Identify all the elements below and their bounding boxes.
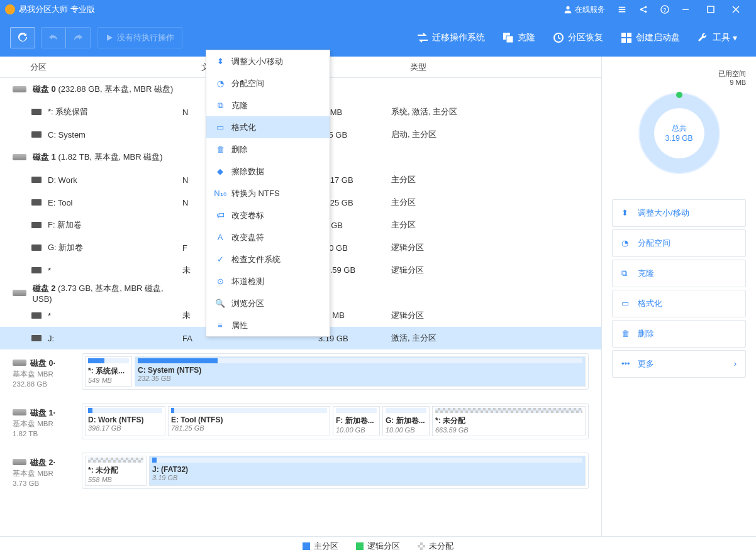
share-icon-button[interactable] bbox=[633, 0, 654, 19]
legend-primary: 主分区 bbox=[303, 541, 338, 552]
volume-icon bbox=[31, 312, 42, 319]
check-fs-icon: ✓ bbox=[215, 255, 225, 265]
column-partition[interactable]: 分区 bbox=[30, 62, 201, 73]
volume-icon bbox=[31, 267, 42, 273]
delete-button[interactable]: 🗑删除 bbox=[612, 320, 746, 348]
more-button[interactable]: ••• 更多 › bbox=[612, 350, 746, 378]
close-button[interactable] bbox=[726, 0, 751, 19]
maximize-button[interactable] bbox=[701, 0, 726, 19]
map-partition[interactable]: *: 系统保...549 MB bbox=[85, 356, 132, 387]
format-icon: ▭ bbox=[215, 123, 225, 133]
volume-icon bbox=[31, 109, 42, 115]
svg-rect-5 bbox=[708, 6, 714, 13]
tools-button[interactable]: 工具 ▾ bbox=[689, 19, 746, 57]
map-partition[interactable]: *: 未分配558 MB bbox=[85, 456, 147, 486]
refresh-button[interactable] bbox=[10, 27, 35, 48]
svg-text:?: ? bbox=[664, 7, 667, 13]
volume-icon bbox=[31, 177, 42, 183]
migrate-icon bbox=[417, 32, 428, 43]
drive-letter-icon: A bbox=[215, 233, 225, 243]
surface-test-icon: ⊙ bbox=[215, 277, 225, 287]
donut-marker-icon bbox=[676, 92, 682, 98]
svg-rect-9 bbox=[621, 33, 626, 37]
svg-rect-10 bbox=[627, 33, 631, 37]
delete-icon: 🗑 bbox=[215, 145, 225, 155]
disk-map-row: 磁盘 0·基本盘 MBR232.88 GB*: 系统保...549 MBC: S… bbox=[13, 353, 589, 394]
menu-item-wipe[interactable]: ◆擦除数据 bbox=[206, 160, 330, 182]
map-partition[interactable]: G: 新加卷...10.00 GB bbox=[382, 406, 430, 436]
menu-item-delete[interactable]: 🗑删除 bbox=[206, 138, 330, 160]
side-panel: 已用空间9 MB 总共3.19 GB ⬍调整大小/移动◔分配空间⧉克隆▭格式化🗑… bbox=[602, 57, 756, 536]
column-type[interactable]: 类型 bbox=[410, 62, 601, 73]
menu-item-allocate[interactable]: ◔分配空间 bbox=[206, 72, 330, 94]
menu-item-properties[interactable]: ≡属性 bbox=[206, 314, 330, 336]
map-partition[interactable]: J: (FAT32)3.19 GB bbox=[149, 456, 586, 486]
legend: 主分区 逻辑分区 未分配 bbox=[0, 536, 756, 555]
pending-operations: 没有待执行操作 bbox=[97, 27, 182, 48]
disk-icon bbox=[13, 86, 26, 92]
format-icon: ▭ bbox=[621, 299, 631, 309]
volume-icon bbox=[31, 245, 42, 251]
volume-icon bbox=[31, 335, 42, 341]
map-partition[interactable]: C: System (NTFS)232.35 GB bbox=[135, 356, 586, 387]
menu-icon-button[interactable] bbox=[611, 0, 633, 19]
menu-item-resize[interactable]: ⬍调整大小/移动 bbox=[206, 50, 330, 72]
bootdisk-icon bbox=[621, 32, 632, 43]
menu-item-convert[interactable]: N₁₀转换为 NTFS bbox=[206, 182, 330, 204]
svg-rect-7 bbox=[506, 36, 513, 43]
more-icon: ••• bbox=[621, 359, 631, 369]
map-partition[interactable]: D: Work (NTFS)398.17 GB bbox=[85, 406, 165, 436]
clone-button[interactable]: ⧉克隆 bbox=[612, 260, 746, 287]
create-bootdisk-button[interactable]: 创建启动盘 bbox=[612, 19, 689, 57]
play-icon bbox=[106, 34, 113, 41]
partition-recovery-button[interactable]: 分区恢复 bbox=[544, 19, 612, 57]
person-icon bbox=[564, 5, 572, 14]
undo-button bbox=[41, 27, 66, 48]
menu-item-drive-letter[interactable]: A改变盘符 bbox=[206, 226, 330, 248]
format-button[interactable]: ▭格式化 bbox=[612, 290, 746, 317]
map-partition[interactable]: F: 新加卷...10.00 GB bbox=[333, 406, 380, 436]
menu-item-explore[interactable]: 🔍浏览分区 bbox=[206, 292, 330, 314]
volume-icon bbox=[31, 131, 42, 138]
legend-logical: 逻辑分区 bbox=[356, 541, 400, 552]
properties-icon: ≡ bbox=[215, 321, 225, 331]
app-logo-icon bbox=[5, 4, 15, 14]
legend-unallocated: 未分配 bbox=[418, 541, 453, 552]
volume-icon bbox=[31, 199, 42, 206]
delete-icon: 🗑 bbox=[621, 329, 631, 339]
clone-icon: ⧉ bbox=[215, 101, 225, 111]
disk-icon bbox=[13, 154, 26, 160]
clone-icon bbox=[503, 32, 514, 43]
resize-icon: ⬍ bbox=[215, 57, 225, 67]
online-service-link[interactable]: 在线服务 bbox=[557, 0, 611, 19]
allocate-button[interactable]: ◔分配空间 bbox=[612, 229, 746, 257]
toolbar: 没有待执行操作 迁移操作系统 克隆 分区恢复 创建启动盘 工具 ▾ bbox=[0, 19, 756, 57]
chevron-right-icon: › bbox=[734, 359, 737, 368]
disk-maps: 磁盘 0·基本盘 MBR232.88 GB*: 系统保...549 MBC: S… bbox=[0, 349, 601, 507]
context-menu[interactable]: ⬍调整大小/移动◔分配空间⧉克隆▭格式化🗑删除◆擦除数据N₁₀转换为 NTFS🏷… bbox=[206, 50, 330, 337]
title-bar: 易我分区大师 专业版 在线服务 ? bbox=[0, 0, 756, 19]
allocate-icon: ◔ bbox=[621, 238, 631, 248]
menu-item-clone[interactable]: ⧉克隆 bbox=[206, 94, 330, 116]
minimize-button[interactable] bbox=[675, 0, 701, 19]
resize-icon: ⬍ bbox=[621, 208, 631, 218]
migrate-os-button[interactable]: 迁移操作系统 bbox=[408, 19, 494, 57]
disk-map-row: 磁盘 2·基本盘 MBR3.73 GB*: 未分配558 MBJ: (FAT32… bbox=[13, 453, 589, 493]
redo-button bbox=[65, 27, 91, 48]
menu-item-format[interactable]: ▭格式化 bbox=[206, 116, 330, 138]
convert-icon: N₁₀ bbox=[215, 189, 225, 199]
recovery-icon bbox=[553, 32, 564, 43]
resize-button[interactable]: ⬍调整大小/移动 bbox=[612, 199, 746, 227]
wipe-icon: ◆ bbox=[215, 167, 225, 177]
map-partition[interactable]: E: Tool (NTFS)781.25 GB bbox=[168, 406, 330, 436]
help-icon-button[interactable]: ? bbox=[654, 0, 675, 19]
menu-item-label[interactable]: 🏷改变卷标 bbox=[206, 204, 330, 226]
label-icon: 🏷 bbox=[215, 211, 225, 221]
map-partition[interactable]: *: 未分配663.59 GB bbox=[432, 406, 586, 436]
menu-item-surface-test[interactable]: ⊙坏道检测 bbox=[206, 270, 330, 292]
clone-button[interactable]: 克隆 bbox=[494, 19, 544, 57]
clone-icon: ⧉ bbox=[621, 268, 631, 278]
wrench-icon bbox=[698, 32, 709, 43]
allocate-icon: ◔ bbox=[215, 79, 225, 89]
menu-item-check-fs[interactable]: ✓检查文件系统 bbox=[206, 248, 330, 270]
